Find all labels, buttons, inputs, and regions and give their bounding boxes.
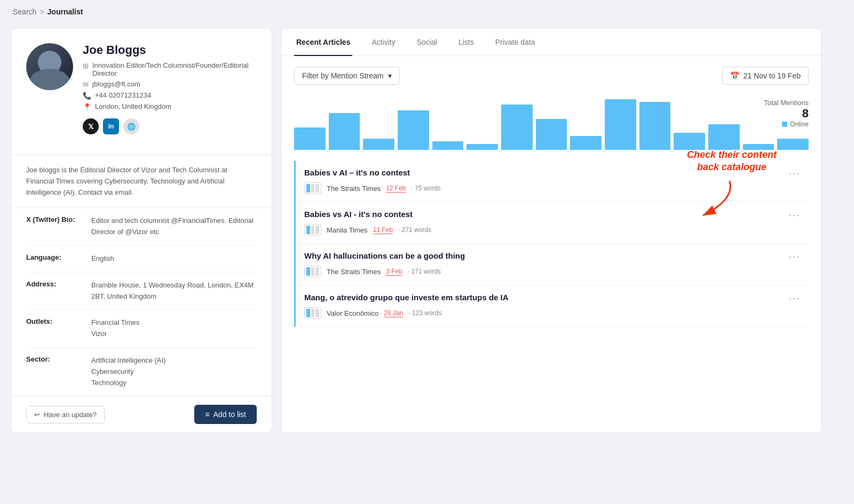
article-source: Manila Times 11 Feb · 271 words <box>304 224 801 236</box>
phone-text: +44 02071231234 <box>95 91 151 99</box>
right-panel: Recent Articles Activity Social Lists Pr… <box>281 28 822 433</box>
tab-recent-articles[interactable]: Recent Articles <box>294 28 352 56</box>
address-value: Bramble House, 1 Wednesday Road, London,… <box>91 280 257 302</box>
more-options-button[interactable]: ··· <box>789 251 800 262</box>
source-date[interactable]: 11 Feb <box>373 226 393 234</box>
email-icon: ✉ <box>83 81 89 89</box>
chart-bar <box>432 141 464 150</box>
meta-role: ⊞ Innovation Editor/Tech Columnist/Found… <box>83 61 257 77</box>
tab-private-data[interactable]: Private data <box>493 28 537 56</box>
location-icon: 📍 <box>83 103 91 111</box>
more-options-button[interactable]: ··· <box>789 210 800 221</box>
panel-footer: ↩ Have an update? ≡ Add to list <box>11 396 272 433</box>
calendar-icon: 📅 <box>730 71 739 80</box>
source-name: The Straits Times <box>327 185 381 193</box>
address-label: Address: <box>26 280 85 302</box>
add-list-label: Add to list <box>213 410 246 419</box>
chart-bar <box>639 102 671 150</box>
annotation-container: Babies vs AI - it's no contest Manila Ti… <box>294 202 809 244</box>
language-row: Language: English <box>26 246 257 273</box>
source-date[interactable]: 12 Feb <box>386 185 406 193</box>
list-icon: ≡ <box>205 410 209 419</box>
profile-name: Joe Bloggs <box>83 43 257 57</box>
twitter-button[interactable]: 𝕏 <box>83 118 99 134</box>
main-container: Joe Bloggs ⊞ Innovation Editor/Tech Colu… <box>0 23 833 444</box>
profile-meta: ⊞ Innovation Editor/Tech Columnist/Found… <box>83 61 257 111</box>
details-section: X (Twitter) Bio: Editor and tech columni… <box>11 208 272 396</box>
article-card: Why AI hallucinations can be a good thin… <box>294 244 809 285</box>
address-row: Address: Bramble House, 1 Wednesday Road… <box>26 273 257 310</box>
article-title: Babies vs AI - it's no contest <box>304 210 801 219</box>
tab-social[interactable]: Social <box>415 28 439 56</box>
bio-text: Joe bloggs is the Editorial Director of … <box>26 166 227 196</box>
article-source: The Straits Times 12 Feb · 75 words <box>304 182 801 194</box>
legend-online: Online <box>764 121 809 128</box>
chart-container: Total Mentions 8 Online <box>294 93 809 152</box>
role-text: Innovation Editor/Tech Columnist/Founder… <box>92 61 257 77</box>
bio-section: Joe bloggs is the Editorial Director of … <box>11 155 272 208</box>
articles-list: Babies v AI – it's no contest The Strait… <box>294 161 809 327</box>
breadcrumb: Search > Journalist <box>0 0 854 23</box>
update-icon: ↩ <box>34 411 40 419</box>
meta-phone: 📞 +44 02071231234 <box>83 91 257 100</box>
source-date[interactable]: 26 Jan <box>384 309 403 317</box>
email-text[interactable]: jbloggs@ft.com <box>92 80 140 88</box>
social-icons: 𝕏 in 🌐 <box>83 118 257 134</box>
sector-row: Sector: Artificial Intelligence (AI) Cyb… <box>26 348 257 396</box>
source-words: · 171 words <box>408 268 441 275</box>
twitter-bio-value: Editor and tech columnist @FinancialTime… <box>91 215 257 238</box>
article-title: Mang, o atrevido grupo que investe em st… <box>304 293 801 302</box>
tabs-bar: Recent Articles Activity Social Lists Pr… <box>281 28 821 56</box>
source-date[interactable]: 3 Feb <box>386 268 402 276</box>
date-range-filter[interactable]: 📅 21 Nov to 19 Feb <box>722 67 809 85</box>
outlets-value: Financial Times Vizor <box>91 317 139 340</box>
source-words: · 75 words <box>412 185 441 192</box>
chart-bar <box>777 139 809 150</box>
profile-section: Joe Bloggs ⊞ Innovation Editor/Tech Colu… <box>11 28 272 155</box>
linkedin-button[interactable]: in <box>103 118 119 134</box>
date-range-label: 21 Nov to 19 Feb <box>744 71 801 80</box>
language-label: Language: <box>26 253 85 265</box>
source-icon <box>304 182 321 194</box>
article-card: Babies v AI – it's no contest The Strait… <box>294 161 809 202</box>
chart-legend: Total Mentions 8 Online <box>764 99 809 128</box>
update-label: Have an update? <box>44 411 97 419</box>
legend-online-dot <box>782 122 787 127</box>
chart-bar <box>708 124 740 150</box>
chart-bar <box>674 133 705 150</box>
article-card: Mang, o atrevido grupo que investe em st… <box>294 285 809 327</box>
outlets-label: Outlets: <box>26 317 85 340</box>
phone-icon: 📞 <box>83 92 91 100</box>
source-name: The Straits Times <box>327 268 381 276</box>
mention-stream-filter[interactable]: Filter by Mention Stream ▾ <box>294 67 400 85</box>
language-value: English <box>91 253 114 265</box>
source-words: · 123 words <box>408 309 441 317</box>
article-title: Why AI hallucinations can be a good thin… <box>304 251 801 260</box>
source-name: Valor Econômico <box>327 309 378 317</box>
chart-bars <box>294 93 809 152</box>
more-options-button[interactable]: ··· <box>789 293 800 304</box>
website-button[interactable]: 🌐 <box>123 118 139 134</box>
tab-activity[interactable]: Activity <box>369 28 397 56</box>
tab-lists[interactable]: Lists <box>456 28 476 56</box>
profile-info: Joe Bloggs ⊞ Innovation Editor/Tech Colu… <box>83 43 257 134</box>
source-icon <box>304 307 321 319</box>
role-icon: ⊞ <box>83 62 89 70</box>
more-options-button[interactable]: ··· <box>789 168 800 179</box>
twitter-bio-label: X (Twitter) Bio: <box>26 215 85 238</box>
chart-bar <box>466 144 498 150</box>
chart-bar <box>570 136 602 150</box>
sector-value: Artificial Intelligence (AI) Cybersecuri… <box>91 355 165 388</box>
add-to-list-button[interactable]: ≡ Add to list <box>194 405 257 424</box>
have-update-button[interactable]: ↩ Have an update? <box>26 406 105 423</box>
source-words: · 271 words <box>398 226 431 234</box>
chart-bar <box>501 105 533 150</box>
total-mentions-label: Total Mentions <box>764 99 809 107</box>
content-area: Filter by Mention Stream ▾ 📅 21 Nov to 1… <box>281 56 821 338</box>
breadcrumb-search[interactable]: Search <box>13 7 36 16</box>
source-icon <box>304 266 321 277</box>
chart-area: Total Mentions 8 Online <box>294 93 809 152</box>
avatar <box>26 43 73 90</box>
article-card: Babies vs AI - it's no contest Manila Ti… <box>294 202 809 244</box>
breadcrumb-current: Journalist <box>48 7 83 16</box>
